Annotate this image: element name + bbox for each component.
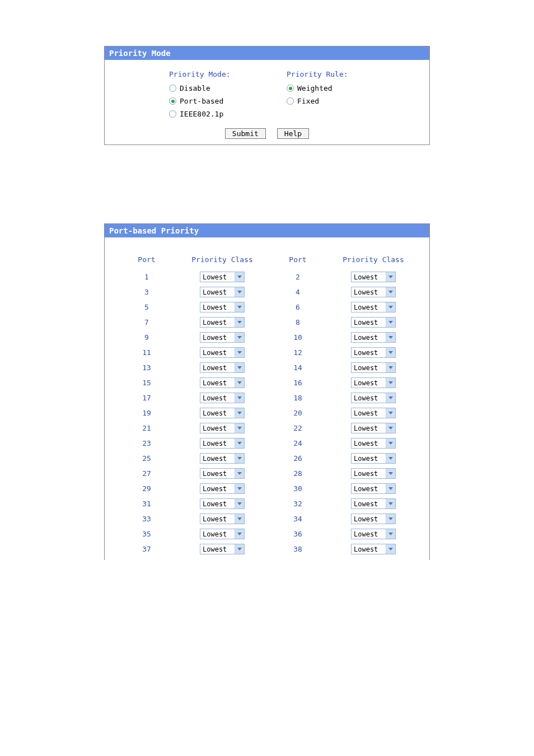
chevron-down-icon[interactable] (235, 499, 244, 508)
priority-class-select[interactable]: Lowest (200, 408, 245, 418)
chevron-down-icon[interactable] (235, 393, 244, 403)
chevron-down-icon[interactable] (235, 318, 244, 327)
chevron-down-icon[interactable] (386, 499, 395, 508)
priority-class-select[interactable]: Lowest (200, 317, 245, 328)
chevron-down-icon[interactable] (386, 438, 395, 448)
chevron-down-icon[interactable] (386, 302, 395, 312)
priority-class-select[interactable]: Lowest (200, 468, 245, 479)
chevron-down-icon[interactable] (386, 272, 395, 282)
select-value: Lowest (200, 514, 235, 524)
priority-class-select[interactable]: Lowest (351, 544, 396, 554)
chevron-down-icon[interactable] (386, 333, 395, 342)
port-number: 25 (116, 454, 177, 463)
priority-class-select[interactable]: Lowest (200, 453, 245, 464)
chevron-down-icon[interactable] (386, 408, 395, 418)
radio-icon[interactable] (169, 97, 176, 105)
priority-class-select[interactable]: Lowest (200, 529, 245, 539)
priority-class-select[interactable]: Lowest (200, 347, 245, 358)
chevron-down-icon[interactable] (235, 454, 244, 463)
port-number: 2 (267, 273, 329, 281)
chevron-down-icon[interactable] (386, 287, 395, 297)
chevron-down-icon[interactable] (235, 438, 244, 448)
priority-class-select[interactable]: Lowest (351, 347, 396, 358)
select-value: Lowest (352, 454, 386, 463)
priority-class-select[interactable]: Lowest (351, 302, 396, 312)
priority-class-select[interactable]: Lowest (200, 544, 245, 554)
priority-class-select[interactable]: Lowest (351, 332, 396, 343)
priority-class-select[interactable]: Lowest (200, 362, 245, 373)
chevron-down-icon[interactable] (235, 272, 244, 282)
priority-class-select[interactable]: Lowest (200, 393, 245, 403)
chevron-down-icon[interactable] (386, 544, 395, 554)
priority-rule-option[interactable]: Weighted (287, 84, 365, 92)
priority-class-cell: Lowest (329, 438, 418, 449)
priority-mode-option[interactable]: Port-based (169, 97, 247, 105)
select-value: Lowest (200, 393, 235, 403)
priority-class-select[interactable]: Lowest (351, 468, 396, 479)
select-value: Lowest (200, 318, 235, 327)
chevron-down-icon[interactable] (235, 408, 244, 418)
priority-class-select[interactable]: Lowest (351, 393, 396, 403)
submit-button[interactable]: Submit (225, 128, 266, 139)
priority-class-select[interactable]: Lowest (351, 272, 396, 282)
priority-class-select[interactable]: Lowest (351, 377, 396, 388)
table-row: 37Lowest38Lowest (105, 542, 429, 557)
chevron-down-icon[interactable] (235, 529, 244, 539)
chevron-down-icon[interactable] (235, 514, 244, 524)
chevron-down-icon[interactable] (386, 363, 395, 372)
priority-class-select[interactable]: Lowest (200, 498, 245, 509)
chevron-down-icon[interactable] (235, 423, 244, 433)
chevron-down-icon[interactable] (235, 333, 244, 342)
chevron-down-icon[interactable] (386, 348, 395, 357)
port-number: 9 (116, 333, 177, 342)
chevron-down-icon[interactable] (386, 318, 395, 327)
chevron-down-icon[interactable] (386, 423, 395, 433)
priority-class-select[interactable]: Lowest (351, 498, 396, 509)
radio-icon[interactable] (169, 110, 176, 118)
radio-icon[interactable] (287, 85, 294, 92)
priority-class-select[interactable]: Lowest (351, 438, 396, 449)
port-number: 19 (116, 409, 177, 417)
chevron-down-icon[interactable] (386, 378, 395, 388)
port-number: 33 (116, 515, 177, 523)
priority-class-select[interactable]: Lowest (200, 302, 245, 312)
chevron-down-icon[interactable] (235, 363, 244, 372)
select-value: Lowest (352, 514, 386, 524)
chevron-down-icon[interactable] (386, 454, 395, 463)
priority-class-select[interactable]: Lowest (351, 514, 396, 524)
radio-icon[interactable] (287, 97, 294, 105)
chevron-down-icon[interactable] (386, 514, 395, 524)
priority-class-select[interactable]: Lowest (351, 529, 396, 539)
chevron-down-icon[interactable] (235, 544, 244, 554)
priority-class-select[interactable]: Lowest (200, 332, 245, 343)
priority-class-select[interactable]: Lowest (200, 438, 245, 449)
chevron-down-icon[interactable] (386, 529, 395, 539)
chevron-down-icon[interactable] (235, 287, 244, 297)
priority-mode-option[interactable]: Disable (169, 84, 247, 92)
priority-class-select[interactable]: Lowest (351, 362, 396, 373)
chevron-down-icon[interactable] (386, 393, 395, 403)
priority-class-select[interactable]: Lowest (200, 377, 245, 388)
chevron-down-icon[interactable] (386, 484, 395, 493)
chevron-down-icon[interactable] (235, 378, 244, 388)
chevron-down-icon[interactable] (235, 302, 244, 312)
priority-class-select[interactable]: Lowest (200, 483, 245, 494)
priority-class-select[interactable]: Lowest (200, 272, 245, 282)
priority-class-select[interactable]: Lowest (351, 408, 396, 418)
priority-class-select[interactable]: Lowest (351, 317, 396, 328)
chevron-down-icon[interactable] (235, 484, 244, 493)
help-button[interactable]: Help (277, 128, 309, 139)
priority-rule-option[interactable]: Fixed (287, 97, 365, 105)
chevron-down-icon[interactable] (386, 469, 395, 478)
priority-class-select[interactable]: Lowest (351, 483, 396, 494)
priority-class-select[interactable]: Lowest (200, 423, 245, 433)
chevron-down-icon[interactable] (235, 469, 244, 478)
priority-class-select[interactable]: Lowest (351, 287, 396, 297)
priority-class-select[interactable]: Lowest (200, 287, 245, 297)
priority-class-select[interactable]: Lowest (351, 423, 396, 433)
priority-mode-option[interactable]: IEEE802.1p (169, 110, 247, 118)
radio-icon[interactable] (169, 85, 176, 92)
priority-class-select[interactable]: Lowest (351, 453, 396, 464)
priority-class-select[interactable]: Lowest (200, 514, 245, 524)
chevron-down-icon[interactable] (235, 348, 244, 357)
